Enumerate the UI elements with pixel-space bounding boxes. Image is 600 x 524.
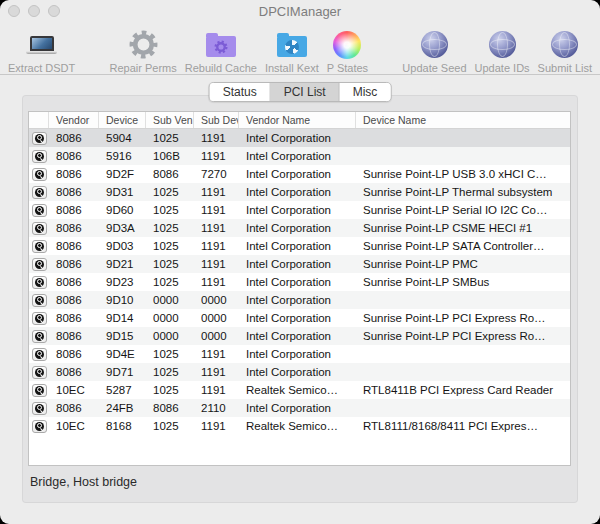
- tab-pci-list[interactable]: PCI List: [271, 83, 340, 101]
- cell-device: 8168: [99, 417, 146, 435]
- column-header-sub-ven[interactable]: Sub Ven: [146, 112, 194, 128]
- cell-vendor: 8086: [49, 237, 99, 255]
- cell-sub-ven: 1025: [146, 219, 194, 237]
- lookup-button[interactable]: [32, 186, 47, 199]
- minimize-button[interactable]: [28, 5, 40, 17]
- lookup-button[interactable]: [32, 402, 47, 415]
- column-header-vendor[interactable]: Vendor: [49, 112, 99, 128]
- cell-sub-ven: 1025: [146, 183, 194, 201]
- toolbar-item-update-seed[interactable]: Update Seed: [398, 28, 470, 74]
- table-row[interactable]: 80865916106B1191Intel Corporation: [29, 147, 570, 165]
- cell-sub-ven: 1025: [146, 201, 194, 219]
- cell-vendor-name: Intel Corporation: [239, 273, 356, 291]
- cell-vendor: 8086: [49, 345, 99, 363]
- cell-device: 24FB: [99, 399, 146, 417]
- lookup-button[interactable]: [32, 132, 47, 145]
- table-row[interactable]: 80869D4E10251191Intel Corporation: [29, 345, 570, 363]
- toolbar-item-label: Update IDs: [475, 62, 530, 74]
- cell-vendor: 8086: [49, 291, 99, 309]
- toolbar-item-install-kext[interactable]: Install Kext: [261, 28, 323, 74]
- cell-device: 5904: [99, 129, 146, 147]
- toolbar-item-repair-perms[interactable]: Repair Perms: [105, 28, 180, 74]
- lookup-button[interactable]: [32, 204, 47, 217]
- table-row[interactable]: 80869D2310251191Intel CorporationSunrise…: [29, 273, 570, 291]
- lookup-button[interactable]: [32, 348, 47, 361]
- lookup-button[interactable]: [32, 240, 47, 253]
- lookup-button[interactable]: [32, 330, 47, 343]
- magnifier-icon: [35, 242, 44, 251]
- tab-status[interactable]: Status: [210, 83, 271, 101]
- lookup-button[interactable]: [32, 312, 47, 325]
- cell-sub-dev: 1191: [194, 255, 239, 273]
- magnifier-icon: [35, 296, 44, 305]
- cell-vendor: 8086: [49, 183, 99, 201]
- cell-vendor: 8086: [49, 255, 99, 273]
- lookup-button[interactable]: [32, 150, 47, 163]
- magnifier-icon: [35, 170, 44, 179]
- status-text: Bridge, Host bridge: [30, 475, 137, 489]
- lookup-button[interactable]: [32, 258, 47, 271]
- table-row[interactable]: 80869D0310251191Intel CorporationSunrise…: [29, 237, 570, 255]
- table-row[interactable]: 80869D1500000000Intel CorporationSunrise…: [29, 327, 570, 345]
- pci-device-table[interactable]: VendorDeviceSub VenSub DevVendor NameDev…: [28, 111, 571, 466]
- cell-vendor-name: Intel Corporation: [239, 165, 356, 183]
- lookup-button[interactable]: [32, 366, 47, 379]
- title-bar[interactable]: DPCIManager: [0, 0, 600, 22]
- cell-vendor: 8086: [49, 273, 99, 291]
- toolbar: Extract DSDTRepair PermsRebuild CacheIns…: [0, 22, 600, 75]
- toolbar-item-update-ids[interactable]: Update IDs: [471, 28, 534, 74]
- toolbar-item-label: Install Kext: [265, 62, 319, 74]
- column-header-icon[interactable]: [29, 112, 49, 128]
- column-header-sub-dev[interactable]: Sub Dev: [194, 112, 239, 128]
- column-header-vendor-name[interactable]: Vendor Name: [239, 112, 356, 128]
- lookup-button[interactable]: [32, 168, 47, 181]
- column-header-device[interactable]: Device: [99, 112, 146, 128]
- toolbar-item-p-states[interactable]: P States: [323, 28, 372, 74]
- toolbar-item-submit-list[interactable]: Submit List: [534, 28, 596, 74]
- column-header-device-name[interactable]: Device Name: [356, 112, 570, 128]
- toolbar-item-rebuild-cache[interactable]: Rebuild Cache: [181, 28, 261, 74]
- cell-vendor-name: Intel Corporation: [239, 219, 356, 237]
- lookup-button[interactable]: [32, 276, 47, 289]
- cell-sub-ven: 1025: [146, 273, 194, 291]
- cell-sub-ven: 1025: [146, 255, 194, 273]
- lookup-button[interactable]: [32, 222, 47, 235]
- cell-device: 9D2F: [99, 165, 146, 183]
- magnifier-icon: [35, 386, 44, 395]
- cell-vendor-name: Intel Corporation: [239, 291, 356, 309]
- globe-icon: [416, 28, 452, 61]
- table-row[interactable]: 80869D7110251191Intel Corporation: [29, 363, 570, 381]
- close-button[interactable]: [8, 5, 20, 17]
- table-row[interactable]: 8086590410251191Intel Corporation: [29, 129, 570, 147]
- table-row[interactable]: 80869D3A10251191Intel CorporationSunrise…: [29, 219, 570, 237]
- table-row[interactable]: 80869D1000000000Intel Corporation: [29, 291, 570, 309]
- table-row[interactable]: 80869D2110251191Intel CorporationSunrise…: [29, 255, 570, 273]
- table-row[interactable]: 808624FB80862110Intel Corporation: [29, 399, 570, 417]
- magnifier-icon: [35, 314, 44, 323]
- table-row[interactable]: 10EC816810251191Realtek Semico…RTL8111/8…: [29, 417, 570, 435]
- table-row[interactable]: 80869D1400000000Intel CorporationSunrise…: [29, 309, 570, 327]
- row-icon-cell: [29, 327, 49, 345]
- table-row[interactable]: 10EC528710251191Realtek Semico…RTL8411B …: [29, 381, 570, 399]
- tab-misc[interactable]: Misc: [340, 83, 391, 101]
- cell-device: 9D31: [99, 183, 146, 201]
- cell-sub-dev: 1191: [194, 201, 239, 219]
- traffic-lights: [8, 5, 68, 17]
- toolbar-item-extract-dsdt[interactable]: Extract DSDT: [4, 28, 79, 74]
- cell-device-name: [356, 363, 570, 381]
- magnifier-icon: [35, 134, 44, 143]
- app-window: DPCIManager Extract DSDTRepair PermsRebu…: [0, 0, 600, 524]
- zoom-button[interactable]: [48, 5, 60, 17]
- lookup-button[interactable]: [32, 420, 47, 433]
- magnifier-icon: [35, 152, 44, 161]
- lookup-button[interactable]: [32, 294, 47, 307]
- cell-device-name: Sunrise Point-LP SATA Controller…: [356, 237, 570, 255]
- table-row[interactable]: 80869D2F80867270Intel CorporationSunrise…: [29, 165, 570, 183]
- cell-sub-dev: 1191: [194, 147, 239, 165]
- table-row[interactable]: 80869D6010251191Intel CorporationSunrise…: [29, 201, 570, 219]
- lookup-button[interactable]: [32, 384, 47, 397]
- cell-device: 9D21: [99, 255, 146, 273]
- cell-vendor-name: Realtek Semico…: [239, 417, 356, 435]
- table-row[interactable]: 80869D3110251191Intel CorporationSunrise…: [29, 183, 570, 201]
- folder-gear-icon: [203, 28, 239, 61]
